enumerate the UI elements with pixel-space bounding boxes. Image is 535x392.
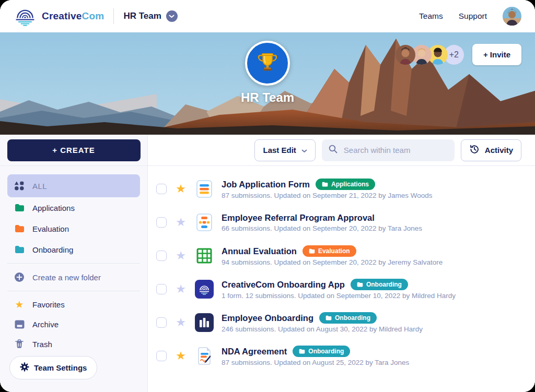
navbar-right: Teams Support bbox=[419, 7, 521, 26]
folder-badge[interactable]: Onboarding bbox=[293, 346, 350, 357]
favorite-star-icon[interactable]: ★ bbox=[175, 283, 187, 295]
team-avatar[interactable] bbox=[245, 41, 290, 86]
team-switcher-label: HR Team bbox=[123, 11, 161, 21]
sidebar-item-archive[interactable]: Archive bbox=[7, 314, 140, 334]
gear-icon bbox=[20, 362, 29, 373]
sidebar-item-label: Favorites bbox=[32, 300, 65, 309]
folder-icon bbox=[14, 204, 25, 212]
create-folder-item[interactable]: Create a new folder bbox=[7, 267, 140, 288]
form-title[interactable]: Employee Referral Program Approval bbox=[222, 213, 375, 223]
favorite-star-icon[interactable]: ★ bbox=[175, 317, 187, 328]
folder-icon bbox=[14, 245, 25, 254]
sidebar-item-applications[interactable]: Applications bbox=[7, 197, 140, 218]
star-icon: ★ bbox=[14, 300, 25, 310]
form-info: Employee Referral Program Approval 66 su… bbox=[222, 213, 422, 232]
team-settings-button[interactable]: Team Settings bbox=[9, 356, 97, 379]
form-info: Job Application Form Applications 87 sub… bbox=[222, 179, 432, 199]
form-row[interactable]: ★ Employee Onboarding Onboarding 246 su bbox=[156, 306, 521, 339]
activity-button[interactable]: Activity bbox=[461, 139, 521, 161]
all-shapes-icon bbox=[14, 181, 25, 191]
row-checkbox[interactable] bbox=[156, 351, 167, 361]
trash-icon bbox=[14, 339, 25, 349]
search-input[interactable] bbox=[343, 145, 448, 155]
row-checkbox[interactable] bbox=[156, 284, 167, 294]
form-row[interactable]: ★ NDA Agreement Onboarding 87 submissio bbox=[156, 339, 521, 373]
row-checkbox[interactable] bbox=[156, 251, 167, 261]
row-checkbox[interactable] bbox=[156, 217, 167, 228]
team-name-title: HR Team bbox=[241, 90, 294, 105]
folder-badge[interactable]: Evaluation bbox=[303, 245, 356, 257]
form-list: ★ Job Application Form Applications 87 bbox=[148, 166, 535, 373]
sidebar-divider bbox=[7, 291, 140, 291]
folder-badge-label: Applications bbox=[331, 181, 369, 188]
row-checkbox[interactable] bbox=[156, 184, 167, 194]
sidebar-item-label: Applications bbox=[32, 204, 75, 212]
folder-badge[interactable]: Onboarding bbox=[351, 279, 408, 290]
archive-icon bbox=[14, 320, 25, 329]
chevron-down-icon[interactable] bbox=[166, 10, 178, 22]
form-row[interactable]: ★ Employee Referral Program Approval 66 … bbox=[156, 206, 521, 239]
form-title[interactable]: CreativeCom Onboarding App bbox=[222, 280, 345, 290]
brand-logo[interactable]: CreativeCom bbox=[14, 4, 104, 29]
form-title[interactable]: Employee Onboarding bbox=[222, 313, 313, 323]
activity-button-label: Activity bbox=[485, 146, 513, 155]
sidebar-item-evaluation[interactable]: Evaluation bbox=[7, 218, 140, 239]
sidebar-item-favorites[interactable]: ★ Favorites bbox=[7, 294, 140, 314]
chevron-down-icon bbox=[301, 146, 307, 155]
list-toolbar: Last Edit bbox=[148, 135, 535, 166]
sidebar-item-label: Archive bbox=[32, 320, 59, 329]
form-row[interactable]: ★ Job Application Form Applications 87 bbox=[156, 172, 521, 206]
form-title[interactable]: NDA Agreement bbox=[222, 347, 287, 357]
form-title[interactable]: Job Application Form bbox=[222, 180, 310, 189]
user-avatar[interactable] bbox=[503, 7, 521, 26]
sidebar-nav: ALL Applications Evaluation bbox=[0, 166, 147, 260]
brand-name: CreativeCom bbox=[42, 10, 104, 22]
form-meta: 94 submissions. Updated on September 20,… bbox=[222, 258, 443, 266]
favorite-star-icon[interactable]: ★ bbox=[175, 350, 187, 362]
member-avatar[interactable] bbox=[396, 45, 415, 65]
folder-badge-label: Onboarding bbox=[366, 281, 402, 288]
favorite-star-icon[interactable]: ★ bbox=[175, 217, 187, 228]
sidebar-item-trash[interactable]: Trash bbox=[7, 334, 140, 354]
sidebar-item-label: Onboarding bbox=[32, 245, 73, 254]
sidebar-secondary-nav: ★ Favorites Archive bbox=[0, 294, 147, 354]
form-title[interactable]: Annual Evaluation bbox=[222, 246, 297, 256]
app-window: CreativeCom HR Team Teams Support bbox=[0, 0, 535, 392]
app-logo-icon bbox=[195, 280, 214, 299]
form-info: Annual Evaluation Evaluation 94 submissi… bbox=[222, 245, 443, 266]
nav-link-teams[interactable]: Teams bbox=[419, 11, 443, 21]
team-switcher[interactable]: HR Team bbox=[123, 10, 177, 22]
sidebar-item-all[interactable]: ALL bbox=[7, 174, 140, 197]
form-row[interactable]: ★ CreativeCom Onboarding App Onboarding bbox=[156, 272, 521, 306]
create-section: + CREATE bbox=[0, 135, 147, 166]
row-checkbox[interactable] bbox=[156, 317, 167, 328]
sidebar: + CREATE ALL bbox=[0, 135, 148, 392]
sidebar-item-onboarding[interactable]: Onboarding bbox=[7, 239, 140, 260]
form-meta: 87 submissions. Updated on September 21,… bbox=[222, 192, 432, 199]
form-meta: 66 submissions. Updated on September 20,… bbox=[222, 224, 422, 232]
approval-flow-icon bbox=[195, 213, 214, 232]
favorite-star-icon[interactable]: ★ bbox=[175, 250, 187, 262]
fingerprint-logo-icon bbox=[14, 4, 37, 29]
form-icon bbox=[195, 180, 214, 198]
sidebar-divider bbox=[7, 263, 140, 264]
folder-badge[interactable]: Applications bbox=[316, 179, 375, 190]
sidebar-item-label: ALL bbox=[32, 182, 47, 191]
create-button[interactable]: + CREATE bbox=[7, 139, 141, 161]
sort-dropdown[interactable]: Last Edit bbox=[254, 139, 315, 161]
form-row[interactable]: ★ Annual Evaluation Evaluation 94 submi bbox=[156, 239, 521, 272]
search-icon bbox=[329, 145, 338, 156]
sidebar-item-label: Evaluation bbox=[32, 224, 69, 233]
top-navbar: CreativeCom HR Team Teams Support bbox=[0, 0, 535, 32]
activity-history-icon bbox=[469, 144, 480, 156]
signed-document-icon bbox=[195, 347, 214, 365]
bar-chart-icon bbox=[195, 313, 214, 332]
plus-circle-icon bbox=[14, 272, 25, 282]
form-info: Employee Onboarding Onboarding 246 submi… bbox=[222, 312, 423, 333]
form-meta: 246 submissions. Updated on August 30, 2… bbox=[222, 325, 423, 333]
favorite-star-icon[interactable]: ★ bbox=[175, 183, 187, 195]
trophy-icon bbox=[255, 50, 280, 76]
nav-link-support[interactable]: Support bbox=[459, 11, 487, 21]
form-info: CreativeCom Onboarding App Onboarding 1 … bbox=[222, 279, 456, 300]
folder-badge[interactable]: Onboarding bbox=[319, 312, 377, 324]
